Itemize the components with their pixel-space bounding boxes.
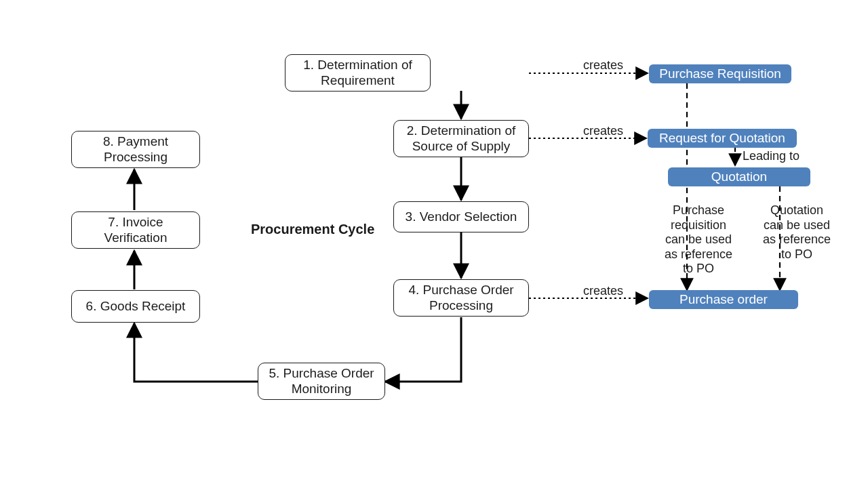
edge-label-leading-to: Leading to	[743, 149, 800, 164]
step-4-po-processing: 4. Purchase Order Processing	[393, 279, 529, 317]
edge-label-creates-1: creates	[583, 58, 623, 73]
step-7-invoice-verification: 7. Invoice Verification	[71, 211, 200, 249]
step-8-payment-processing: 8. Payment Processing	[71, 131, 200, 168]
artifact-purchase-requisition: Purchase Requisition	[649, 64, 791, 83]
step-5-po-monitoring: 5. Purchase Order Monitoring	[258, 363, 385, 400]
note-quotation-reference: Quotation can be used as reference to PO	[760, 203, 834, 262]
step-1-determination-requirement: 1. Determination of Requirement	[285, 54, 431, 92]
artifact-purchase-order: Purchase order	[649, 290, 798, 309]
diagram-title: Procurement Cycle	[251, 222, 374, 237]
artifact-request-for-quotation: Request for Quotation	[648, 129, 797, 148]
step-3-vendor-selection: 3. Vendor Selection	[393, 201, 529, 232]
edge-label-creates-2: creates	[583, 124, 623, 139]
artifact-quotation: Quotation	[668, 167, 810, 186]
note-pr-reference: Purchase requisition can be used as refe…	[661, 203, 736, 277]
edge-label-creates-4: creates	[583, 284, 623, 299]
step-2-source-supply: 2. Determination of Source of Supply	[393, 120, 529, 157]
step-6-goods-receipt: 6. Goods Receipt	[71, 290, 200, 323]
